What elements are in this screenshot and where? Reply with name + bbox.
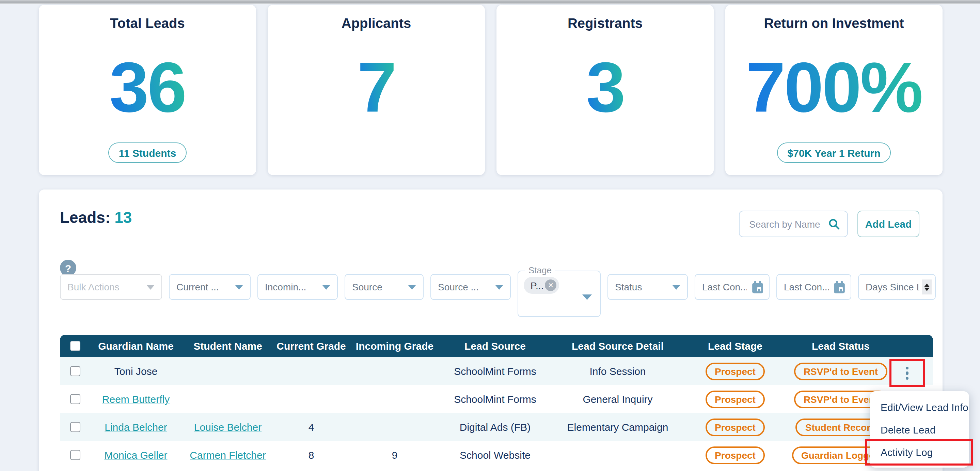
table-row: Toni Jose SchoolMint Forms Info Session … [60, 357, 933, 385]
last-contact-from-filter[interactable]: Last Con... [695, 274, 770, 300]
lead-stage-chip: Prospect [705, 418, 765, 436]
card-badge: $70K Year 1 Return [777, 142, 891, 163]
current-grade-filter[interactable]: Current ... [169, 274, 251, 300]
guardian-name: Toni Jose [90, 366, 182, 377]
chevron-down-icon [582, 294, 592, 300]
stat-card-registrants: Registrants 3 [496, 5, 714, 175]
lead-source: School Website [441, 449, 550, 461]
bulk-actions-dropdown[interactable]: Bulk Actions [60, 274, 162, 300]
col-header-lead-source[interactable]: Lead Source [441, 340, 550, 352]
student-name-link[interactable]: Carmen Fletcher [190, 449, 266, 461]
row-actions-kebab-icon[interactable] [906, 367, 909, 380]
chevron-down-icon [495, 284, 503, 289]
row-checkbox[interactable] [70, 394, 80, 404]
incoming-grade: 9 [349, 449, 441, 461]
search-box [739, 211, 848, 237]
row-checkbox[interactable] [70, 450, 80, 460]
card-value: 700% [746, 31, 922, 142]
days-since-label: Days Since L [865, 281, 920, 292]
lead-source: Digital Ads (FB) [441, 421, 550, 433]
col-header-lead-source-detail[interactable]: Lead Source Detail [550, 340, 686, 352]
card-badge: 11 Students [109, 142, 186, 163]
chevron-down-icon [408, 284, 416, 289]
current-grade: 4 [274, 421, 349, 433]
stat-card-roi: Return on Investment 700% $70K Year 1 Re… [725, 5, 943, 175]
student-name-link[interactable]: Louise Belcher [194, 421, 261, 433]
source-detail-filter[interactable]: Source ... [430, 274, 511, 300]
stage-filter-label: Stage [525, 265, 555, 275]
stat-card-total-leads: Total Leads 36 11 Students [39, 5, 256, 175]
lead-source-detail: Info Session [550, 366, 686, 377]
col-header-lead-stage[interactable]: Lead Stage [686, 340, 784, 352]
kebab-annotation-box [889, 359, 925, 387]
incoming-grade-label: Incomin... [265, 281, 306, 292]
stage-chip-text: P... [531, 280, 544, 291]
chevron-down-icon [146, 284, 154, 289]
stage-filter[interactable]: Stage P... ✕ [518, 271, 601, 317]
card-title: Total Leads [110, 16, 185, 31]
leads-panel: Leads:13 ? Add Lead Bulk Actions Current… [39, 190, 943, 471]
row-checkbox[interactable] [70, 422, 80, 432]
source-detail-label: Source ... [438, 281, 479, 292]
card-title: Return on Investment [764, 16, 904, 31]
select-all-checkbox[interactable] [70, 341, 80, 351]
col-header-current-grade[interactable]: Current Grade [274, 340, 349, 352]
guardian-name-link[interactable]: Linda Belcher [105, 421, 167, 433]
calendar-icon [833, 281, 846, 294]
chevron-down-icon [235, 284, 243, 289]
status-label: Status [615, 281, 642, 292]
window-top-edge [0, 0, 980, 4]
lead-source: SchoolMint Forms [441, 393, 550, 405]
days-since-filter[interactable]: Days Since L [858, 274, 936, 300]
dashboard-page: Total Leads 36 11 Students Applicants 7 … [0, 0, 980, 471]
leads-heading: Leads:13 [60, 209, 132, 227]
chip-remove-icon[interactable]: ✕ [545, 279, 557, 291]
current-grade-label: Current ... [177, 281, 219, 292]
current-grade: 8 [274, 449, 349, 461]
card-value: 36 [109, 31, 185, 142]
calendar-icon [751, 281, 764, 294]
number-stepper-icon[interactable] [922, 279, 932, 294]
chevron-down-icon [322, 284, 330, 289]
card-value: 3 [586, 31, 624, 142]
last-contact-from-label: Last Con... [702, 281, 747, 292]
col-header-lead-status[interactable]: Lead Status [784, 340, 897, 352]
card-title: Registrants [568, 16, 643, 31]
lead-source-detail: Elementary Campaign [550, 421, 686, 433]
search-icon[interactable] [827, 217, 840, 230]
incoming-grade-filter[interactable]: Incomin... [258, 274, 338, 300]
status-filter[interactable]: Status [608, 274, 688, 300]
menu-item-delete-lead[interactable]: Delete Lead [870, 418, 969, 441]
menu-item-edit-view-lead-info[interactable]: Edit/View Lead Info [870, 396, 969, 418]
guardian-name-link[interactable]: Monica Geller [104, 449, 167, 461]
stage-selected-chip: P... ✕ [524, 277, 559, 294]
stat-card-applicants: Applicants 7 [268, 5, 485, 175]
row-checkbox[interactable] [70, 366, 80, 376]
search-input[interactable] [748, 218, 827, 230]
col-header-guardian-name[interactable]: Guardian Name [90, 340, 182, 352]
lead-stage-chip: Prospect [705, 362, 765, 380]
lead-status-chip: RSVP'd to Event [794, 362, 888, 380]
help-icon[interactable]: ? [60, 260, 76, 276]
leads-table: Guardian Name Student Name Current Grade… [60, 335, 933, 469]
table-row: Reem Butterfly SchoolMint Forms General … [60, 385, 933, 413]
chevron-down-icon [672, 284, 680, 289]
lead-source: SchoolMint Forms [441, 366, 550, 377]
table-row: Linda Belcher Louise Belcher 4 Digital A… [60, 413, 933, 441]
leads-count: 13 [115, 209, 132, 226]
card-value: 7 [357, 31, 395, 142]
table-row: Monica Geller Carmen Fletcher 8 9 School… [60, 441, 933, 469]
card-title: Applicants [342, 16, 411, 31]
lead-stage-chip: Prospect [705, 390, 765, 408]
add-lead-button[interactable]: Add Lead [858, 211, 920, 237]
stat-cards-row: Total Leads 36 11 Students Applicants 7 … [39, 5, 943, 175]
guardian-name-link[interactable]: Reem Butterfly [102, 393, 170, 405]
lead-source-detail: General Inquiry [550, 393, 686, 405]
col-header-incoming-grade[interactable]: Incoming Grade [349, 340, 441, 352]
source-label: Source [352, 281, 382, 292]
leads-label: Leads: [60, 209, 110, 226]
last-contact-to-label: Last Con... [784, 281, 829, 292]
col-header-student-name[interactable]: Student Name [182, 340, 274, 352]
source-filter[interactable]: Source [345, 274, 423, 300]
last-contact-to-filter[interactable]: Last Con... [776, 274, 851, 300]
